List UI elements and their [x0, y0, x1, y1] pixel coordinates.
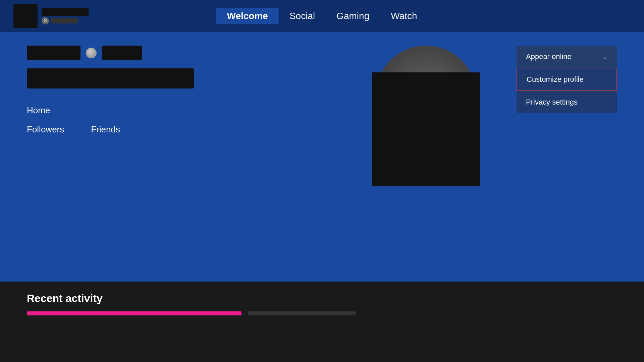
online-indicator	[86, 48, 97, 58]
recent-activity-title: Recent activity	[0, 282, 644, 311]
social-links: Followers Friends	[27, 124, 221, 135]
appear-online-item[interactable]: Appear online ⌄	[517, 46, 617, 68]
main-nav: Welcome Social Gaming Watch	[216, 8, 428, 24]
customize-profile-item[interactable]: Customize profile	[517, 68, 617, 91]
user-profile-area: G	[13, 4, 89, 28]
activity-bar-dark	[248, 311, 356, 315]
tab-welcome[interactable]: Welcome	[216, 8, 278, 24]
profile-tag-bar	[102, 46, 142, 60]
profile-bio-bar	[27, 68, 194, 88]
left-panel: Home Followers Friends	[27, 46, 221, 166]
profile-nav-links: Home Followers Friends	[27, 99, 221, 135]
top-nav-bar: G Welcome Social Gaming Watch	[0, 0, 644, 32]
bottom-section: Recent activity	[0, 282, 644, 362]
tab-social[interactable]: Social	[279, 8, 326, 24]
privacy-settings-item[interactable]: Privacy settings	[517, 91, 617, 113]
profile-avatar-large	[371, 46, 481, 166]
followers-link[interactable]: Followers	[27, 124, 64, 135]
activity-bars	[0, 311, 644, 315]
tab-watch[interactable]: Watch	[380, 8, 428, 24]
username-bar	[42, 8, 89, 16]
chevron-down-icon: ⌄	[602, 53, 608, 61]
customize-profile-label: Customize profile	[527, 75, 584, 84]
privacy-settings-label: Privacy settings	[526, 98, 578, 107]
tab-gaming[interactable]: Gaming	[326, 8, 380, 24]
profile-header	[27, 46, 221, 60]
user-info: G	[42, 8, 89, 24]
profile-name-bar	[27, 46, 80, 60]
dropdown-menu: Appear online ⌄ Customize profile Privac…	[517, 46, 617, 113]
home-link[interactable]: Home	[27, 99, 221, 122]
activity-bar-pink	[27, 311, 241, 315]
gamertag-row: G	[42, 17, 89, 24]
main-content: Home Followers Friends Appear online ⌄ C…	[0, 32, 644, 180]
avatar-image-box	[372, 72, 480, 186]
gamertag-text	[51, 18, 78, 23]
appear-online-label: Appear online	[526, 52, 572, 61]
friends-link[interactable]: Friends	[91, 124, 120, 135]
gamertag-icon: G	[42, 17, 49, 24]
avatar-small	[13, 4, 38, 28]
